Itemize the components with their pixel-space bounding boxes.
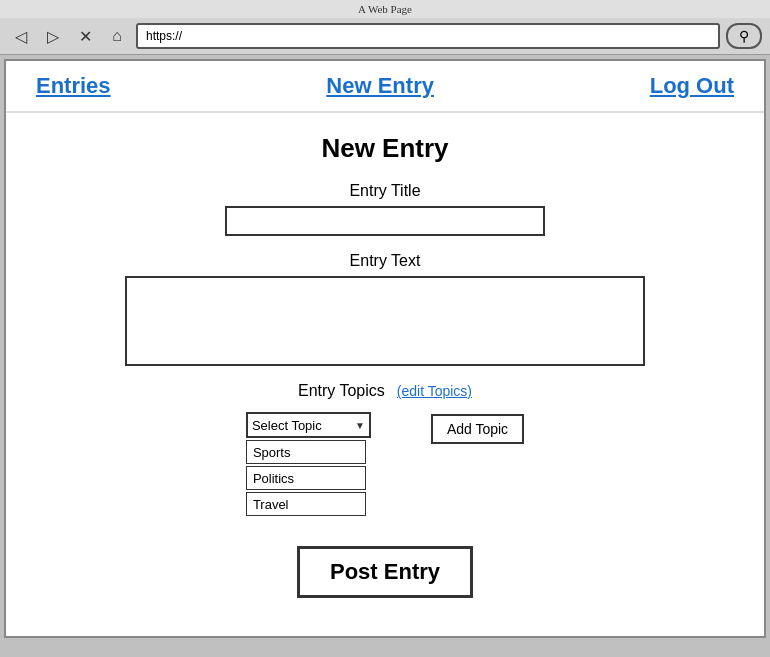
home-icon: ⌂	[112, 27, 122, 45]
browser-chrome: A Web Page ◁ ▷ ✕ ⌂ ⚲	[0, 0, 770, 55]
logout-nav-link[interactable]: Log Out	[650, 73, 734, 99]
main-content: New Entry Entry Title Entry Text Entry T…	[6, 113, 764, 628]
new-entry-nav-link[interactable]: New Entry	[326, 73, 434, 99]
address-bar[interactable]	[136, 23, 720, 49]
topics-controls: Select Topic Sports Politics Travel ▼ Sp…	[125, 412, 645, 516]
list-item: Sports	[246, 440, 366, 464]
topics-header: Entry Topics (edit Topics)	[125, 382, 645, 400]
entry-topics-label: Entry Topics	[298, 382, 385, 400]
browser-titlebar: A Web Page	[0, 0, 770, 18]
forward-button[interactable]: ▷	[40, 23, 66, 49]
select-wrapper: Select Topic Sports Politics Travel ▼	[246, 412, 371, 438]
search-button[interactable]: ⚲	[726, 23, 762, 49]
close-button[interactable]: ✕	[72, 23, 98, 49]
browser-title: A Web Page	[358, 3, 412, 15]
forward-icon: ▷	[47, 27, 59, 46]
list-item: Politics	[246, 466, 366, 490]
back-icon: ◁	[15, 27, 27, 46]
entry-text-group: Entry Text	[125, 252, 645, 366]
entry-title-group: Entry Title	[125, 182, 645, 236]
close-icon: ✕	[79, 27, 92, 46]
add-topic-button[interactable]: Add Topic	[431, 414, 524, 444]
topic-select[interactable]: Select Topic Sports Politics Travel	[246, 412, 371, 438]
page-title: New Entry	[321, 133, 448, 164]
list-item: Travel	[246, 492, 366, 516]
edit-topics-link[interactable]: (edit Topics)	[397, 383, 472, 399]
page-container: Entries New Entry Log Out New Entry Entr…	[4, 59, 766, 638]
home-button[interactable]: ⌂	[104, 23, 130, 49]
topics-section: Entry Topics (edit Topics) Select Topic …	[125, 382, 645, 516]
back-button[interactable]: ◁	[8, 23, 34, 49]
search-icon: ⚲	[739, 28, 749, 44]
entry-text-label: Entry Text	[350, 252, 421, 270]
entries-nav-link[interactable]: Entries	[36, 73, 111, 99]
nav-bar: Entries New Entry Log Out	[6, 61, 764, 113]
entry-title-input[interactable]	[225, 206, 545, 236]
browser-toolbar: ◁ ▷ ✕ ⌂ ⚲	[0, 18, 770, 54]
entry-text-input[interactable]	[125, 276, 645, 366]
topic-select-container: Select Topic Sports Politics Travel ▼ Sp…	[246, 412, 371, 516]
entry-title-label: Entry Title	[349, 182, 420, 200]
post-entry-button[interactable]: Post Entry	[297, 546, 473, 598]
